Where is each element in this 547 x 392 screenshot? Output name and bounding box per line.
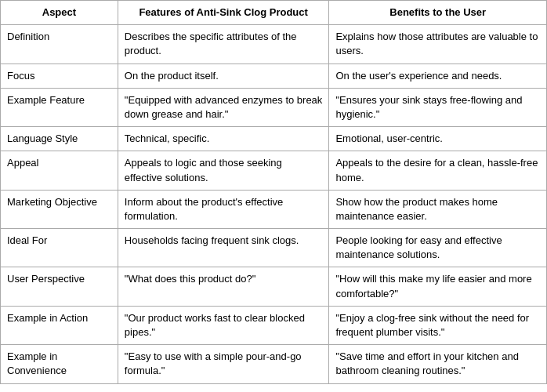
cell-aspect: User Perspective bbox=[1, 267, 118, 306]
table-row: Marketing ObjectiveInform about the prod… bbox=[1, 190, 547, 228]
cell-features: Inform about the product's effective for… bbox=[118, 190, 329, 228]
cell-features: Describes the specific attributes of the… bbox=[118, 25, 329, 64]
table-row: Example Feature"Equipped with advanced e… bbox=[1, 88, 547, 126]
cell-benefits: Emotional, user-centric. bbox=[329, 127, 547, 151]
cell-features: Technical, specific. bbox=[118, 127, 329, 151]
cell-benefits: Appeals to the desire for a clean, hassl… bbox=[329, 151, 547, 190]
cell-benefits: "How will this make my life easier and m… bbox=[329, 267, 547, 306]
table-row: Language StyleTechnical, specific.Emotio… bbox=[1, 127, 547, 151]
cell-aspect: Ideal For bbox=[1, 229, 118, 267]
cell-benefits: Explains how those attributes are valuab… bbox=[329, 25, 547, 64]
cell-aspect: Marketing Objective bbox=[1, 190, 118, 228]
cell-benefits: "Ensures your sink stays free-flowing an… bbox=[329, 88, 547, 126]
cell-features: "Our product works fast to clear blocked… bbox=[118, 306, 329, 344]
cell-features: "Easy to use with a simple pour-and-go f… bbox=[118, 345, 329, 383]
header-benefits: Benefits to the User bbox=[329, 1, 547, 25]
table-row: FocusOn the product itself.On the user's… bbox=[1, 64, 547, 88]
cell-features: On the product itself. bbox=[118, 64, 329, 88]
table-row: User Perspective"What does this product … bbox=[1, 267, 547, 306]
cell-features: "Equipped with advanced enzymes to break… bbox=[118, 88, 329, 126]
cell-features: Households facing frequent sink clogs. bbox=[118, 229, 329, 267]
cell-aspect: Language Style bbox=[1, 127, 118, 151]
cell-benefits: "Save time and effort in your kitchen an… bbox=[329, 345, 547, 383]
cell-aspect: Focus bbox=[1, 64, 118, 88]
table-row: DefinitionDescribes the specific attribu… bbox=[1, 25, 547, 64]
cell-aspect: Definition bbox=[1, 25, 118, 64]
table-row: AppealAppeals to logic and those seeking… bbox=[1, 151, 547, 190]
header-features: Features of Anti-Sink Clog Product bbox=[118, 1, 329, 25]
cell-features: "What does this product do?" bbox=[118, 267, 329, 306]
cell-features: Appeals to logic and those seeking effec… bbox=[118, 151, 329, 190]
cell-aspect: Appeal bbox=[1, 151, 118, 190]
table-row: Ideal ForHouseholds facing frequent sink… bbox=[1, 229, 547, 267]
cell-aspect: Example in Convenience bbox=[1, 345, 118, 383]
header-aspect: Aspect bbox=[1, 1, 118, 25]
cell-aspect: Example Feature bbox=[1, 88, 118, 126]
cell-benefits: "Enjoy a clog-free sink without the need… bbox=[329, 306, 547, 344]
cell-benefits: Show how the product makes home maintena… bbox=[329, 190, 547, 228]
table-row: Example in Convenience"Easy to use with … bbox=[1, 345, 547, 383]
cell-benefits: People looking for easy and effective ma… bbox=[329, 229, 547, 267]
cell-aspect: Example in Action bbox=[1, 306, 118, 344]
table-row: Example in Action"Our product works fast… bbox=[1, 306, 547, 344]
cell-benefits: On the user's experience and needs. bbox=[329, 64, 547, 88]
